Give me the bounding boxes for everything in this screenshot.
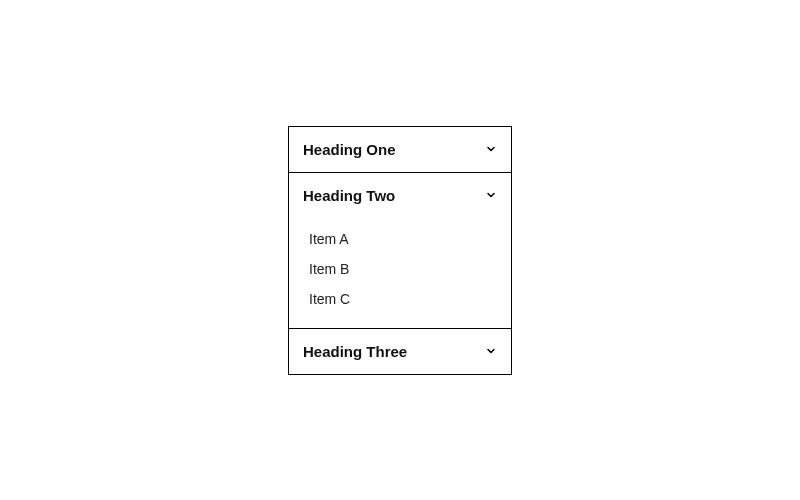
accordion-header-two[interactable]: Heading Two bbox=[289, 173, 511, 218]
accordion-body-two: Item A Item B Item C bbox=[289, 218, 511, 328]
chevron-down-icon bbox=[485, 143, 497, 155]
accordion-section-two: Heading Two Item A Item B Item C bbox=[289, 173, 511, 329]
list-item[interactable]: Item C bbox=[309, 284, 497, 314]
accordion-section-three: Heading Three bbox=[289, 329, 511, 374]
accordion-title: Heading One bbox=[303, 141, 396, 158]
list-item[interactable]: Item B bbox=[309, 254, 497, 284]
accordion: Heading One Heading Two Item A Item B It… bbox=[288, 126, 512, 375]
accordion-section-one: Heading One bbox=[289, 127, 511, 173]
list-item[interactable]: Item A bbox=[309, 224, 497, 254]
accordion-title: Heading Three bbox=[303, 343, 407, 360]
accordion-header-one[interactable]: Heading One bbox=[289, 127, 511, 172]
accordion-title: Heading Two bbox=[303, 187, 395, 204]
chevron-down-icon bbox=[485, 345, 497, 357]
accordion-header-three[interactable]: Heading Three bbox=[289, 329, 511, 374]
chevron-down-icon bbox=[485, 189, 497, 201]
